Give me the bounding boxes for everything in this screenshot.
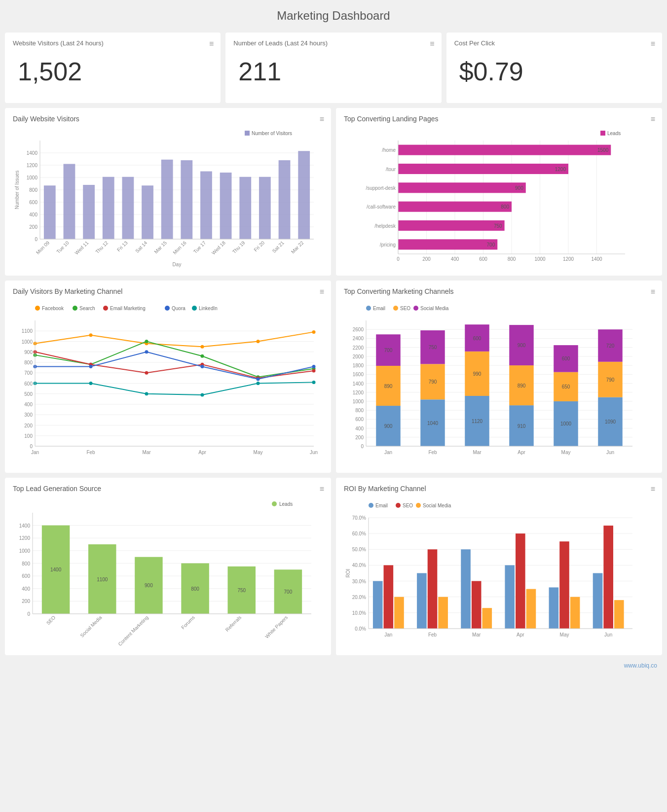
svg-text:Wed 11: Wed 11 [74,240,89,255]
svg-point-234 [393,306,398,311]
stat-value-visitors: 1,502 [13,52,213,96]
svg-text:990: 990 [473,371,482,377]
svg-text:1200: 1200 [27,163,38,168]
svg-text:1000: 1000 [19,548,31,554]
svg-text:1200: 1200 [555,167,566,172]
top-channels-title: Top Converting Marketing Channels [344,287,654,295]
svg-text:0: 0 [35,237,37,242]
svg-text:1800: 1800 [353,363,364,368]
svg-text:800: 800 [191,586,199,592]
menu-icon-cpc[interactable]: ≡ [651,39,655,48]
svg-point-134 [257,378,260,381]
svg-text:700: 700 [24,370,33,376]
svg-text:1200: 1200 [563,256,574,262]
svg-text:Thu 12: Thu 12 [94,240,109,254]
svg-text:2200: 2200 [353,345,364,351]
svg-text:Content Marketing: Content Marketing [117,615,149,647]
daily-visitors-title: Daily Website Visitors [13,115,323,123]
svg-text:200: 200 [422,256,431,262]
svg-text:Mar: Mar [473,450,482,455]
svg-rect-41 [279,160,291,239]
svg-rect-69 [398,164,568,174]
stat-label-cpc: Cost Per Click [454,39,654,47]
svg-rect-305 [505,565,515,629]
menu-icon-dv[interactable]: ≡ [320,115,324,124]
stat-card-leads: Number of Leads (Last 24 hours) ≡ 211 [225,33,441,103]
svg-text:1400: 1400 [19,523,31,529]
svg-point-133 [201,365,204,368]
svg-text:600: 600 [473,336,482,341]
menu-icon-visitors[interactable]: ≡ [209,39,214,48]
svg-text:LinkedIn: LinkedIn [199,306,218,311]
svg-rect-84 [600,131,605,136]
svg-text:900: 900 [515,185,523,191]
svg-point-154 [103,306,108,311]
roi-chart: ROI By Marketing Channel ≡ 0.0%10.0%20.0… [336,478,662,655]
stat-value-leads: 211 [233,52,433,96]
svg-text:Thu 19: Thu 19 [231,240,246,254]
svg-rect-313 [593,573,603,629]
svg-text:600: 600 [22,573,30,579]
svg-text:1000: 1000 [27,175,38,180]
svg-text:Mar 22: Mar 22 [290,240,305,254]
svg-rect-310 [559,541,569,629]
svg-text:1000: 1000 [22,339,33,345]
svg-text:1100: 1100 [22,328,33,334]
svg-point-138 [145,392,148,395]
svg-text:900: 900 [384,424,393,429]
svg-text:/pricing: /pricing [380,242,396,247]
svg-text:Tue 17: Tue 17 [192,240,207,254]
svg-text:700: 700 [284,589,293,595]
menu-icon-cv[interactable]: ≡ [320,287,324,296]
svg-point-132 [145,350,148,353]
menu-icon-ls[interactable]: ≡ [320,485,324,494]
svg-text:890: 890 [384,384,393,389]
stat-label-leads: Number of Leads (Last 24 hours) [233,39,433,47]
svg-rect-66 [398,145,611,155]
svg-text:800: 800 [508,256,516,262]
svg-rect-72 [398,182,526,193]
svg-text:100: 100 [24,433,33,439]
svg-text:30.0%: 30.0% [352,579,366,584]
svg-text:Jun: Jun [604,632,612,637]
dashboard-title: Marketing Dashboard [5,5,662,27]
menu-icon-lp[interactable]: ≡ [651,115,655,124]
svg-text:1400: 1400 [27,150,38,156]
svg-point-137 [89,382,93,385]
landing-pages-chart: Top Converting Landing Pages ≡ 020040060… [336,108,662,276]
svg-text:750: 750 [429,345,437,350]
svg-text:500: 500 [24,391,33,397]
svg-point-113 [89,333,93,337]
menu-icon-roi[interactable]: ≡ [651,485,655,494]
svg-rect-293 [373,581,383,629]
svg-text:Mon 16: Mon 16 [172,240,187,255]
svg-text:Email: Email [375,503,388,508]
svg-text:1400: 1400 [591,256,602,262]
svg-text:1500: 1500 [597,147,609,153]
svg-point-115 [201,345,204,349]
svg-text:Jun: Jun [606,450,614,455]
svg-text:1000: 1000 [560,421,572,426]
svg-point-236 [413,306,418,311]
svg-text:1100: 1100 [97,577,108,582]
menu-icon-tc[interactable]: ≡ [651,287,655,296]
svg-rect-23 [103,177,114,239]
svg-text:800: 800 [355,408,364,413]
menu-icon-leads[interactable]: ≡ [430,39,434,48]
svg-point-135 [312,365,316,368]
top-channels-chart: Top Converting Marketing Channels ≡ 0200… [336,281,662,473]
stat-label-visitors: Website Visitors (Last 24 hours) [13,39,213,47]
svg-rect-295 [394,597,404,629]
svg-rect-21 [83,185,95,239]
svg-point-156 [165,306,170,311]
svg-rect-17 [44,185,56,239]
svg-text:900: 900 [24,350,33,355]
stat-card-cpc: Cost Per Click ≡ $0.79 [446,33,662,103]
svg-text:0.0%: 0.0% [355,626,366,632]
svg-point-323 [416,503,421,508]
stat-value-cpc: $0.79 [454,52,654,96]
svg-text:40.0%: 40.0% [352,563,366,568]
svg-text:Forums: Forums [180,615,196,631]
svg-text:May: May [254,450,263,455]
svg-text:Referrals: Referrals [224,615,242,633]
